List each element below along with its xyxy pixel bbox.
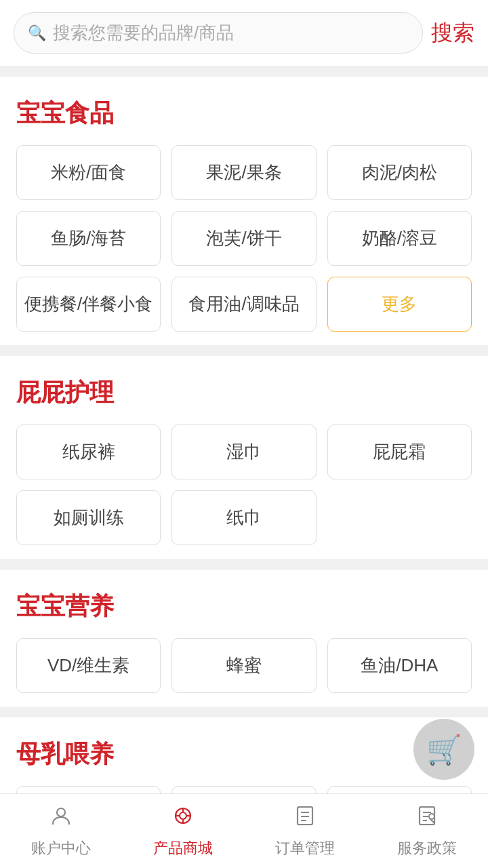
nav-policy[interactable]: 服务政策 [366,794,488,868]
item-puffs-crackers[interactable]: 泡芙/饼干 [171,211,316,266]
item-honey[interactable]: 蜂蜜 [171,638,316,693]
section-nutrition: 宝宝营养 VD/维生素 蜂蜜 鱼油/DHA [0,570,488,707]
item-cheese[interactable]: 奶酪/溶豆 [327,211,472,266]
baby-food-grid: 米粉/面食 果泥/果条 肉泥/肉松 鱼肠/海苔 泡芙/饼干 奶酪/溶豆 便携餐/… [16,145,472,332]
nav-orders[interactable]: 订单管理 [244,794,366,868]
orders-icon [293,804,317,834]
account-icon [49,804,73,834]
search-placeholder: 搜索您需要的品牌/商品 [53,21,234,45]
nav-policy-label: 服务政策 [397,838,457,859]
nav-orders-label: 订单管理 [275,838,335,859]
nav-products-label: 产品商城 [153,838,213,859]
nav-account-label: 账户中心 [31,838,91,859]
bottom-nav: 账户中心 产品商城 订单管理 [0,793,488,868]
item-tissue[interactable]: 纸巾 [171,490,316,545]
divider-1 [0,66,488,77]
section-title-butt-care: 屁屁护理 [16,376,472,410]
item-portable-meal[interactable]: 便携餐/伴餐小食 [16,277,161,332]
item-cooking-oil[interactable]: 食用油/调味品 [171,277,316,332]
item-vd-vitamins[interactable]: VD/维生素 [16,638,161,693]
section-title-breastfeeding: 母乳喂养 [16,738,472,771]
divider-3 [0,559,488,570]
nutrition-grid: VD/维生素 蜂蜜 鱼油/DHA [16,638,472,693]
item-meat-puree[interactable]: 肉泥/肉松 [327,145,472,200]
item-wet-wipes[interactable]: 湿巾 [171,425,316,479]
svg-point-2 [180,812,186,819]
section-baby-food: 宝宝食品 米粉/面食 果泥/果条 肉泥/肉松 鱼肠/海苔 泡芙/饼干 奶酪/溶豆… [0,77,488,345]
nav-products[interactable]: 产品商城 [122,794,244,868]
svg-point-15 [429,814,434,819]
section-title-nutrition: 宝宝营养 [16,590,472,623]
search-input-wrap[interactable]: 🔍 搜索您需要的品牌/商品 [14,12,423,54]
butt-care-grid: 纸尿裤 湿巾 屁屁霜 [16,425,472,479]
item-diapers[interactable]: 纸尿裤 [16,425,161,479]
item-toilet-training[interactable]: 如厕训练 [16,490,161,545]
item-butt-cream[interactable]: 屁屁霜 [327,425,472,479]
divider-2 [0,345,488,356]
svg-point-0 [57,808,65,816]
products-icon [171,804,195,834]
nav-account[interactable]: 账户中心 [0,794,122,868]
item-more[interactable]: 更多 [327,277,472,332]
item-fruit-puree[interactable]: 果泥/果条 [171,145,316,200]
policy-icon [415,804,439,834]
search-icon: 🔍 [28,24,46,42]
float-cart-button[interactable]: 🛒 [413,719,474,780]
section-butt-care: 屁屁护理 纸尿裤 湿巾 屁屁霜 如厕训练 纸巾 [0,356,488,559]
search-button[interactable]: 搜索 [431,18,474,48]
item-rice-noodles[interactable]: 米粉/面食 [16,145,161,200]
item-fish-sausage[interactable]: 鱼肠/海苔 [16,211,161,266]
section-title-baby-food: 宝宝食品 [16,97,472,130]
search-bar: 🔍 搜索您需要的品牌/商品 搜索 [0,0,488,66]
cart-icon: 🛒 [426,733,462,766]
item-fish-oil[interactable]: 鱼油/DHA [327,638,472,693]
butt-care-row2: 如厕训练 纸巾 [16,490,472,545]
divider-4 [0,707,488,717]
